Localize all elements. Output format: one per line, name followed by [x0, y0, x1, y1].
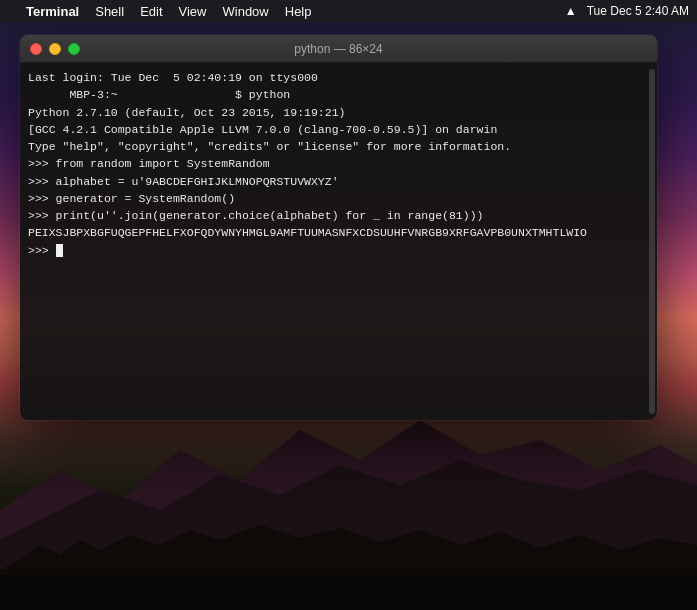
terminal-line: PEIXSJBPXBGFUQGEPFHELFXOFQDYWNYHMGL9AMFT…: [28, 224, 649, 241]
svg-rect-3: [0, 575, 697, 610]
traffic-lights: [30, 43, 80, 55]
terminal-titlebar: python — 86×24: [20, 35, 657, 63]
terminal-scrollbar[interactable]: [649, 69, 655, 414]
terminal-line: >>> generator = SystemRandom(): [28, 190, 649, 207]
mountain-background: [0, 390, 697, 610]
menubar-edit[interactable]: Edit: [132, 0, 170, 22]
menubar-right: ▲ Tue Dec 5 2:40 AM: [565, 4, 689, 18]
minimize-button[interactable]: [49, 43, 61, 55]
terminal-title: python — 86×24: [294, 42, 382, 56]
menubar-help[interactable]: Help: [277, 0, 320, 22]
terminal-line: >>> print(u''.join(generator.choice(alph…: [28, 207, 649, 224]
terminal-line: Type "help", "copyright", "credits" or "…: [28, 138, 649, 155]
terminal-line: >>> from random import SystemRandom: [28, 155, 649, 172]
close-button[interactable]: [30, 43, 42, 55]
terminal-line: MBP-3:~ $ python: [28, 86, 649, 103]
cursor: [56, 244, 63, 257]
maximize-button[interactable]: [68, 43, 80, 55]
terminal-line: >>> alphabet = u'9ABCDEFGHIJKLMNOPQRSTUV…: [28, 173, 649, 190]
menubar-app-name[interactable]: Terminal: [18, 0, 87, 22]
desktop: Terminal Shell Edit View Window Help ▲ T…: [0, 0, 697, 610]
terminal-line: Python 2.7.10 (default, Oct 23 2015, 19:…: [28, 104, 649, 121]
menubar-wifi-icon: ▲: [565, 4, 577, 18]
menubar-window[interactable]: Window: [215, 0, 277, 22]
menubar-view[interactable]: View: [171, 0, 215, 22]
menubar: Terminal Shell Edit View Window Help ▲ T…: [0, 0, 697, 22]
menubar-shell[interactable]: Shell: [87, 0, 132, 22]
terminal-body[interactable]: Last login: Tue Dec 5 02:40:19 on ttys00…: [20, 63, 657, 420]
terminal-prompt[interactable]: >>>: [28, 242, 649, 259]
terminal-line: [GCC 4.2.1 Compatible Apple LLVM 7.0.0 (…: [28, 121, 649, 138]
terminal-line: Last login: Tue Dec 5 02:40:19 on ttys00…: [28, 69, 649, 86]
terminal-window[interactable]: python — 86×24 Last login: Tue Dec 5 02:…: [20, 35, 657, 420]
menubar-time: Tue Dec 5 2:40 AM: [587, 4, 689, 18]
